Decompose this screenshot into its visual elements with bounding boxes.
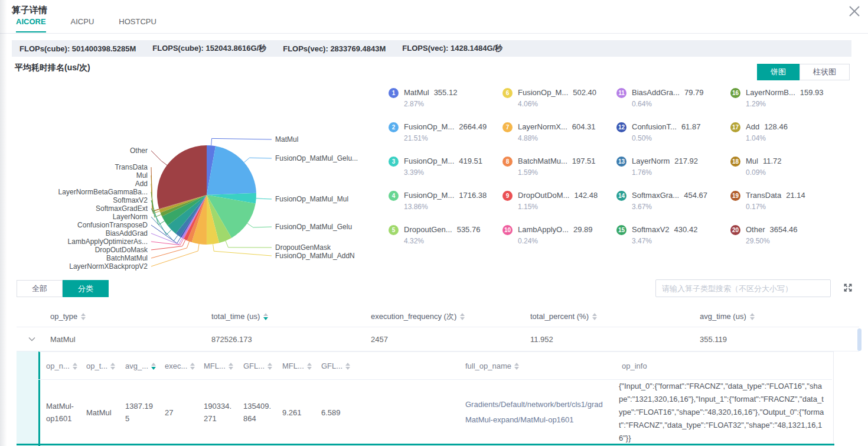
sort-desc-icon[interactable] [750,317,755,320]
tab-hostcpu[interactable]: HOSTCPU [119,17,156,32]
legend-item[interactable]: 1MatMul355.122.87% [389,87,502,122]
sort-desc-icon[interactable] [345,367,350,370]
legend-item[interactable]: 10LambApplyO...29.890.24% [502,224,616,259]
detail-column-header-4[interactable]: MFL... [196,362,236,370]
legend-item[interactable]: 19TransData21.140.17% [730,190,844,224]
legend-item[interactable]: 9DropOutDoM...142.481.15% [502,190,616,224]
pie-callout-label: SoftmaxGradExt [96,204,148,213]
sort-desc-icon[interactable] [190,367,195,370]
legend-item[interactable]: 8BatchMatMu...197.511.59% [502,156,616,190]
fullscreen-icon[interactable] [843,282,853,293]
tab-aicpu[interactable]: AICPU [71,17,94,32]
sort-desc-icon[interactable] [263,317,268,320]
detail-column-header-7[interactable]: GFL... [314,362,458,370]
legend-item[interactable]: 17Add128.461.04% [730,122,844,156]
detail-column-header-5[interactable]: GFL... [236,362,275,370]
table-row[interactable]: MatMul872526.173245711.952355.119 [17,327,859,351]
legend-item[interactable]: 18Mul11.720.09% [730,156,844,190]
sort-desc-icon[interactable] [460,317,465,320]
legend-rank-badge: 8 [502,157,513,167]
sort-desc-icon[interactable] [307,367,312,370]
sort-asc-icon[interactable] [81,313,86,316]
legend-item-text: FusionOp_M...502.404.06% [518,87,596,108]
column-header-op_type[interactable]: op_type [47,312,208,321]
pie-view-button[interactable]: 饼图 [757,64,800,80]
sort-asc-icon[interactable] [151,363,156,366]
sort-desc-icon[interactable] [81,317,86,320]
sort-desc-icon[interactable] [73,367,77,370]
sort-asc-icon[interactable] [263,313,268,316]
legend-item-value: 604.31 [572,122,596,131]
sort-carets-icon[interactable] [73,363,77,370]
detail-column-header-9: op_info [614,362,832,370]
legend-item[interactable]: 14SoftmaxGra...454.673.67% [616,190,730,224]
legend-item-name: ConfusionT... [632,122,677,131]
sort-asc-icon[interactable] [110,363,115,366]
sort-carets-icon[interactable] [110,363,115,370]
sort-asc-icon[interactable] [514,363,519,366]
sort-asc-icon[interactable] [267,363,272,366]
sort-desc-icon[interactable] [110,367,115,370]
legend-item[interactable]: 13LayerNorm217.921.76% [616,156,730,190]
detail-column-header-0[interactable]: op_n... [38,362,79,370]
tab-aicore[interactable]: AICORE [16,17,46,32]
sort-carets-icon[interactable] [460,313,465,320]
sort-carets-icon[interactable] [151,363,156,370]
sort-asc-icon[interactable] [750,313,755,316]
legend-item[interactable]: 2FusionOp_M...2664.4921.51% [389,122,502,156]
detail-column-header-2[interactable]: avg_... [118,362,157,370]
detail-column-header-3[interactable]: exec... [157,362,196,370]
sort-asc-icon[interactable] [460,313,465,316]
legend-item[interactable]: 16LayerNormB...159.931.29% [730,87,844,122]
legend-item[interactable]: 4FusionOp_M...1716.3813.86% [389,190,502,224]
legend-item-text: SoftmaxGra...454.673.67% [632,190,707,211]
sort-desc-icon[interactable] [229,367,233,370]
sort-desc-icon[interactable] [267,367,272,370]
legend-item-text: TransData21.140.17% [746,190,805,211]
sort-carets-icon[interactable] [514,363,519,370]
sort-carets-icon[interactable] [592,313,597,320]
sort-asc-icon[interactable] [345,363,350,366]
sort-carets-icon[interactable] [263,313,268,320]
filter-tab-all[interactable]: 全部 [17,280,63,297]
bar-view-button[interactable]: 柱状图 [800,64,850,80]
column-header-total_percent[interactable]: total_percent (%) [527,312,697,321]
legend-item[interactable]: 20Other3654.4629.50% [730,224,844,259]
sort-carets-icon[interactable] [267,363,272,370]
detail-column-header-6[interactable]: MFL... [275,362,314,370]
legend-item[interactable]: 11BiasAddGra...79.790.64% [616,87,730,122]
legend-item[interactable]: 6FusionOp_M...502.404.06% [502,87,616,122]
sort-asc-icon[interactable] [592,313,597,316]
sort-carets-icon[interactable] [345,363,350,370]
sort-asc-icon[interactable] [307,363,312,366]
pie-callout-label: Mul [136,171,148,180]
sort-desc-icon[interactable] [151,367,156,370]
filter-tab-category[interactable]: 分类 [63,280,109,297]
legend-item[interactable]: 5DropoutGen...535.764.32% [389,224,502,259]
close-icon[interactable] [847,4,862,19]
legend-item-line1: DropOutDoM...142.48 [518,190,598,200]
legend-item[interactable]: 3FusionOp_M...419.513.39% [389,156,502,190]
search-input[interactable] [655,279,831,297]
legend-item-value: 1716.38 [459,191,487,200]
sort-carets-icon[interactable] [307,363,312,370]
sort-desc-icon[interactable] [592,317,597,320]
table-scrollbar-thumb[interactable] [857,328,862,351]
legend-item[interactable]: 12ConfusionT...61.870.50% [616,122,730,156]
legend-item[interactable]: 15SoftmaxV2430.423.47% [616,224,730,259]
row-expand-chevron-icon[interactable] [17,337,47,341]
sort-carets-icon[interactable] [750,313,755,320]
sort-carets-icon[interactable] [81,313,86,320]
sort-asc-icon[interactable] [229,363,233,366]
sort-asc-icon[interactable] [73,363,77,366]
legend-item[interactable]: 7LayerNormX...604.314.88% [502,122,616,156]
sort-carets-icon[interactable] [190,363,195,370]
detail-column-header-8[interactable]: full_op_name [458,362,614,370]
sort-asc-icon[interactable] [190,363,195,366]
column-header-total_time[interactable]: total_time (us) [208,312,368,321]
sort-desc-icon[interactable] [514,367,519,370]
column-header-execution_frequency[interactable]: execution_frequency (次) [368,311,527,322]
column-header-avg_time[interactable]: avg_time (us) [697,312,859,321]
sort-carets-icon[interactable] [229,363,233,370]
detail-column-header-1[interactable]: op_t... [79,362,118,370]
